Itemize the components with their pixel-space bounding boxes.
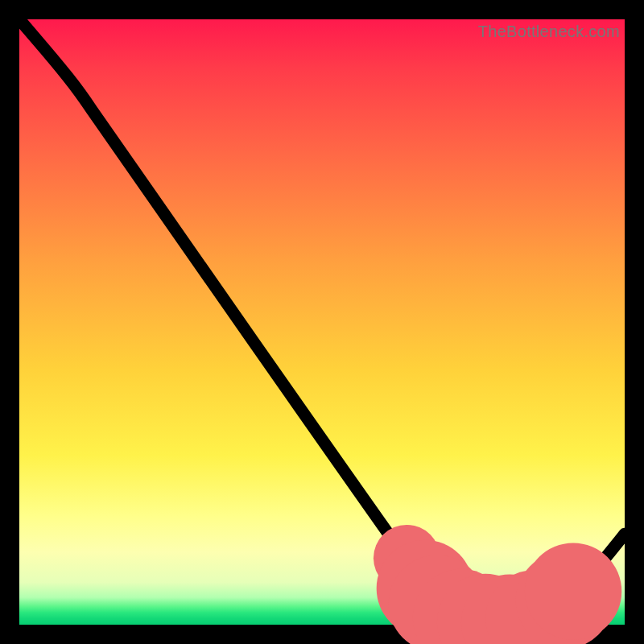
chart-svg [19, 19, 625, 625]
marker-group [374, 525, 621, 644]
bottleneck-curve [19, 19, 625, 624]
chart-stage: TheBottleneck.com [0, 0, 644, 644]
plot-area: TheBottleneck.com [19, 19, 625, 625]
data-marker [525, 543, 621, 639]
